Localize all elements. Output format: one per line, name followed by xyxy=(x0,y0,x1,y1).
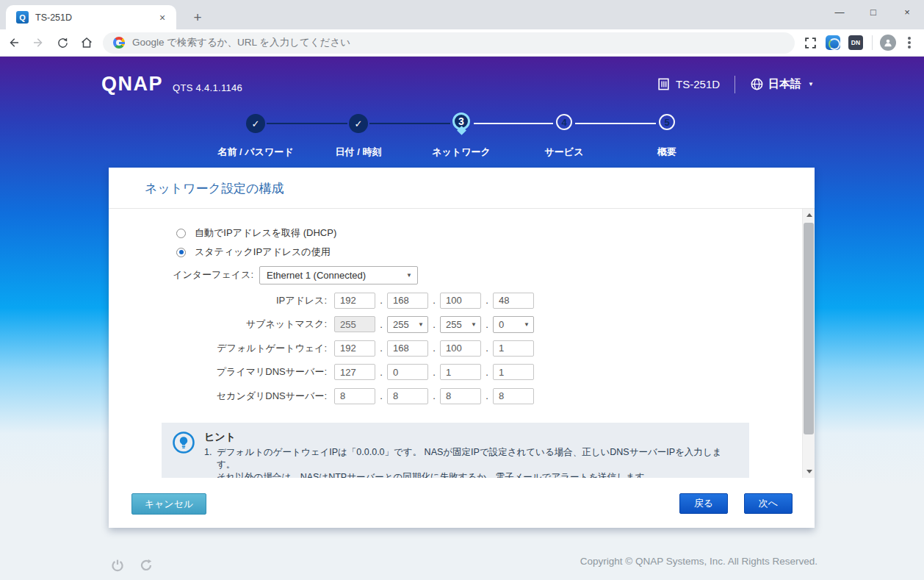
gateway-octet-2[interactable] xyxy=(387,340,428,357)
globe-icon xyxy=(750,77,764,91)
browser-titlebar: Q TS-251D × + — □ × xyxy=(0,0,924,29)
tab-title: TS-251D xyxy=(35,12,156,23)
scrollbar[interactable] xyxy=(802,209,815,478)
step-network-active: 3 ネットワーク xyxy=(403,112,520,134)
home-icon[interactable] xyxy=(76,32,97,53)
back-icon[interactable] xyxy=(4,32,24,53)
static-radio[interactable] xyxy=(176,248,186,257)
primary-dns-octet-2[interactable] xyxy=(387,364,428,380)
qts-version: QTS 4.4.1.1146 xyxy=(173,82,242,93)
browser-tab[interactable]: Q TS-251D × xyxy=(6,5,176,29)
scrollbar-thumb[interactable] xyxy=(804,223,814,434)
chevron-down-icon: ▼ xyxy=(808,81,814,87)
window-close-button[interactable]: × xyxy=(890,0,924,25)
footer-actions xyxy=(110,558,167,576)
ip-address-row: IPアドレス: . . . xyxy=(109,293,815,309)
subnet-octet-2-select[interactable]: 255▼ xyxy=(387,316,428,333)
forward-icon[interactable] xyxy=(28,32,48,53)
secondary-dns-octet-2[interactable] xyxy=(387,388,428,404)
subnet-mask-row: サブネットマスク: . 255▼ . 255▼ . 0▼ xyxy=(109,316,815,332)
gateway-octet-3[interactable] xyxy=(440,340,481,357)
primary-dns-octet-4[interactable] xyxy=(493,364,534,380)
lightbulb-icon xyxy=(172,431,195,479)
copyright-text: Copyright © QNAP Systems, Inc. All Right… xyxy=(580,556,817,567)
new-tab-button[interactable]: + xyxy=(188,8,207,27)
network-settings-card: ネットワーク設定の構成 自動でIPアドレスを取得 (DHCP) スタティックIP… xyxy=(109,168,815,528)
chevron-down-icon: ▼ xyxy=(406,272,412,279)
step-done-icon: ✓ xyxy=(246,114,265,133)
primary-dns-octet-3[interactable] xyxy=(440,364,481,380)
scroll-down-button[interactable] xyxy=(803,465,815,478)
profile-avatar[interactable] xyxy=(880,35,896,51)
interface-label: インターフェイス: xyxy=(109,268,253,282)
ip-octet-3[interactable] xyxy=(440,293,481,309)
primary-dns-octet-1[interactable] xyxy=(334,364,375,380)
dhcp-radio-label: 自動でIPアドレスを取得 (DHCP) xyxy=(195,226,336,240)
qnap-logo: QNAP xyxy=(101,73,163,96)
subnet-octet-4-select[interactable]: 0▼ xyxy=(493,316,534,333)
dhcp-radio[interactable] xyxy=(176,229,186,238)
ip-octet-1[interactable] xyxy=(334,293,375,309)
step-summary: 5 概要 xyxy=(608,112,726,130)
default-gateway-row: デフォルトゲートウェイ: . . . xyxy=(109,340,815,357)
step-name-password: ✓ 名前 / パスワード xyxy=(197,112,314,133)
browser-window: Q TS-251D × + — □ × Google で検索するか、URL を入… xyxy=(0,0,924,580)
secondary-dns-octet-4[interactable] xyxy=(493,388,534,404)
page-title: ネットワーク設定の構成 xyxy=(109,168,815,209)
power-icon[interactable] xyxy=(110,558,125,576)
subnet-octet-3-select[interactable]: 255▼ xyxy=(440,316,481,333)
device-name: TS-251D xyxy=(657,77,720,91)
secondary-dns-row: セカンダリDNSサーバー: . . . xyxy=(109,388,815,404)
gateway-octet-4[interactable] xyxy=(493,340,534,357)
hint-title: ヒント xyxy=(204,431,739,444)
wizard-steps: ✓ 名前 / パスワード ✓ 日付 / 時刻 3 ネットワーク 4 サービス 5… xyxy=(0,112,924,168)
url-placeholder-text: Google で検索するか、URL を入力してください xyxy=(132,36,350,49)
reload-icon[interactable] xyxy=(52,32,73,53)
chevron-down-icon: ▼ xyxy=(524,321,530,328)
interface-row: インターフェイス: Ethernet 1 (Connected) ▼ xyxy=(109,265,815,284)
fullpage-capture-extension-icon[interactable] xyxy=(802,35,818,51)
browser-toolbar: Google で検索するか、URL を入力してください DN xyxy=(0,29,924,57)
menu-icon[interactable] xyxy=(908,41,911,44)
step-done-icon: ✓ xyxy=(349,114,368,133)
button-bar: キャンセル 戻る 次へ xyxy=(109,478,815,528)
cancel-button[interactable]: キャンセル xyxy=(131,493,206,515)
step-services: 4 サービス xyxy=(505,112,623,130)
window-controls: — □ × xyxy=(823,0,924,25)
gateway-octet-1[interactable] xyxy=(334,340,375,357)
window-maximize-button[interactable]: □ xyxy=(856,0,890,25)
primary-dns-row: プライマリDNSサーバー: . . . xyxy=(109,364,815,380)
ip-octet-2[interactable] xyxy=(387,293,428,309)
static-radio-row[interactable]: スタティックIPアドレスの使用 xyxy=(176,245,815,259)
language-selector[interactable]: 日本語 ▼ xyxy=(750,77,814,91)
ip-octet-4[interactable] xyxy=(493,293,534,309)
qnap-favicon-icon: Q xyxy=(16,11,29,24)
window-minimize-button[interactable]: — xyxy=(823,0,856,25)
subnet-octet-1 xyxy=(334,316,375,332)
google-logo-icon xyxy=(113,37,125,49)
chevron-down-icon: ▼ xyxy=(418,321,424,328)
qts-setup-page: QNAP QTS 4.4.1.1146 TS-251D 日本語 ▼ xyxy=(0,57,924,580)
step-todo-badge: 4 xyxy=(556,114,572,130)
step-date-time: ✓ 日付 / 時刻 xyxy=(300,112,417,133)
scroll-up-button[interactable] xyxy=(803,209,815,221)
dhcp-radio-row[interactable]: 自動でIPアドレスを取得 (DHCP) xyxy=(176,226,815,240)
interface-select[interactable]: Ethernet 1 (Connected) ▼ xyxy=(259,266,418,284)
restart-icon[interactable] xyxy=(139,558,154,576)
nas-icon xyxy=(657,77,671,91)
secondary-dns-octet-3[interactable] xyxy=(440,388,481,404)
step-todo-badge: 5 xyxy=(659,114,675,130)
chevron-down-icon: ▼ xyxy=(471,321,477,328)
next-button[interactable]: 次へ xyxy=(744,493,793,514)
dn-extension-icon[interactable]: DN xyxy=(848,35,864,51)
tab-close-icon[interactable]: × xyxy=(156,11,169,24)
back-button[interactable]: 戻る xyxy=(679,493,728,514)
hint-item-1: 1. デフォルトのゲートウェイIPは「0.0.0.0」です。 NASが固定IPで… xyxy=(204,446,739,479)
url-bar[interactable]: Google で検索するか、URL を入力してください xyxy=(103,32,795,54)
qts-header: QNAP QTS 4.4.1.1146 TS-251D 日本語 ▼ xyxy=(0,57,924,112)
secondary-dns-octet-1[interactable] xyxy=(334,388,375,404)
toolbar-divider xyxy=(872,35,873,50)
form-scroll-area: 自動でIPアドレスを取得 (DHCP) スタティックIPアドレスの使用 インター… xyxy=(109,209,815,478)
screencast-extension-icon[interactable] xyxy=(825,35,841,51)
static-radio-label: スタティックIPアドレスの使用 xyxy=(195,246,331,259)
